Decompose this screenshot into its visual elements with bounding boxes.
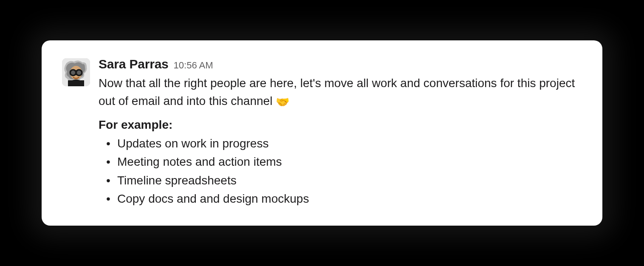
handshake-emoji: 🤝 [276, 94, 289, 110]
avatar[interactable] [62, 58, 90, 86]
list-item: Timeline spreadsheets [117, 171, 582, 190]
message-content: Sara Parras 10:56 AM Now that all the ri… [99, 57, 582, 208]
avatar-image [62, 58, 90, 86]
list-item: Copy docs and and design mockups [117, 190, 582, 208]
slack-message: Sara Parras 10:56 AM Now that all the ri… [42, 40, 602, 226]
message-timestamp[interactable]: 10:56 AM [174, 60, 213, 71]
list-item: Updates on work in progress [117, 134, 582, 153]
message-header: Sara Parras 10:56 AM [99, 57, 582, 72]
sender-name[interactable]: Sara Parras [99, 57, 169, 72]
list-item: Meeting notes and action items [117, 153, 582, 171]
message-body: Now that all the right people are here, … [99, 74, 582, 110]
svg-point-6 [77, 71, 81, 75]
svg-point-5 [71, 71, 75, 75]
message-text: Now that all the right people are here, … [99, 76, 575, 108]
example-list: Updates on work in progress Meeting note… [99, 134, 582, 208]
example-heading: For example: [99, 118, 582, 132]
